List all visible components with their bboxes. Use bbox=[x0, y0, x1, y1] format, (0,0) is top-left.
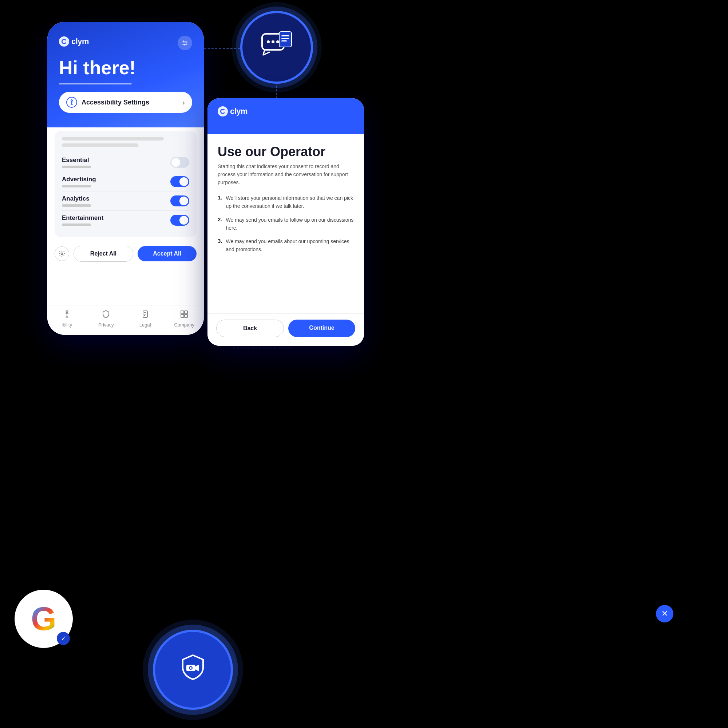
svg-rect-25 bbox=[185, 311, 187, 314]
operator-text-3: We may send you emails about our upcomin… bbox=[226, 238, 354, 253]
svg-point-14 bbox=[183, 40, 184, 41]
nav-item-company[interactable]: Company bbox=[165, 310, 204, 327]
svg-rect-24 bbox=[181, 311, 184, 314]
skeleton-line-1 bbox=[62, 137, 164, 141]
accessibility-chevron: › bbox=[182, 98, 185, 107]
reject-all-button[interactable]: Reject All bbox=[73, 246, 133, 262]
nav-item-privacy[interactable]: Privacy bbox=[87, 310, 126, 327]
nav-accessibility-icon bbox=[63, 310, 71, 321]
svg-rect-5 bbox=[281, 35, 289, 37]
nav-company-icon bbox=[180, 310, 188, 321]
continue-button[interactable]: Continue bbox=[288, 320, 355, 337]
toggle-advertising-check: ✓ bbox=[183, 179, 187, 185]
settings-button[interactable] bbox=[177, 36, 192, 50]
cookie-entertainment-info: Entertainment bbox=[62, 214, 103, 226]
left-phone: clym Hi there! Accessibility Settings › bbox=[47, 22, 204, 335]
operator-item-1: 1. We'll store your personal information… bbox=[218, 194, 354, 210]
action-row: Reject All Accept All bbox=[47, 241, 204, 267]
cookie-advertising-name: Advertising bbox=[62, 176, 96, 183]
nav-item-legal[interactable]: Legal bbox=[125, 310, 165, 327]
svg-point-17 bbox=[71, 100, 72, 101]
operator-num-1: 1. bbox=[218, 194, 222, 210]
cookie-essential-sub bbox=[62, 166, 91, 168]
nav-legal-icon bbox=[141, 310, 150, 321]
svg-point-3 bbox=[276, 40, 279, 43]
operator-num-3: 3. bbox=[218, 238, 222, 253]
nav-privacy-icon bbox=[102, 310, 110, 321]
cookie-analytics-info: Analytics bbox=[62, 195, 91, 207]
svg-point-19 bbox=[66, 311, 68, 313]
toggle-entertainment-check: ✓ bbox=[183, 218, 187, 223]
skeleton-line-2 bbox=[62, 144, 138, 147]
operator-text-1: We'll store your personal information so… bbox=[226, 194, 354, 210]
svg-point-16 bbox=[184, 44, 185, 45]
operator-item-2: 2. We may send you emails to follow up o… bbox=[218, 216, 354, 232]
nav-legal-label: Legal bbox=[139, 322, 151, 327]
right-phone-footer: Back Continue bbox=[208, 314, 364, 346]
google-badge: G ✓ bbox=[15, 590, 73, 648]
toggle-advertising[interactable]: ✓ bbox=[170, 176, 189, 187]
cookie-row-essential: Essential bbox=[62, 153, 189, 172]
clym-logo-text-left: clym bbox=[71, 37, 89, 46]
shield-circle bbox=[153, 630, 233, 710]
svg-rect-6 bbox=[281, 38, 289, 39]
use-operator-subtitle: Starting this chat indicates your consen… bbox=[218, 163, 354, 187]
clym-logo-text-right: clym bbox=[230, 107, 248, 116]
use-operator-title: Use our Operator bbox=[218, 144, 354, 159]
back-button[interactable]: Back bbox=[216, 320, 284, 337]
chat-circle bbox=[240, 11, 313, 84]
shield-camera-icon bbox=[178, 652, 208, 687]
greeting-divider bbox=[59, 83, 132, 84]
nav-privacy-label: Privacy bbox=[98, 322, 114, 327]
operator-num-2: 2. bbox=[218, 216, 222, 232]
clym-logo-left: clym bbox=[59, 37, 192, 47]
cookie-settings-card: Essential Advertising ✓ Analytics ✓ bbox=[55, 131, 197, 237]
cookie-advertising-sub bbox=[62, 185, 91, 187]
clym-logo-icon-left bbox=[59, 37, 69, 47]
toggle-entertainment[interactable]: ✓ bbox=[170, 215, 189, 226]
cookie-essential-info: Essential bbox=[62, 156, 91, 168]
operator-text-2: We may send you emails to follow up on o… bbox=[226, 216, 354, 232]
right-phone: clym Use our Operator Starting this chat… bbox=[208, 98, 364, 346]
clym-logo-right: clym bbox=[218, 106, 354, 116]
cookie-analytics-name: Analytics bbox=[62, 195, 91, 202]
accept-all-button[interactable]: Accept All bbox=[138, 246, 197, 262]
cookie-row-advertising: Advertising ✓ bbox=[62, 172, 189, 191]
close-button[interactable]: ✕ bbox=[656, 605, 673, 622]
google-g-letter: G bbox=[31, 600, 57, 638]
toggle-analytics[interactable]: ✓ bbox=[170, 196, 189, 206]
nav-accessibility-label: ibility bbox=[61, 322, 72, 327]
cookie-row-entertainment: Entertainment ✓ bbox=[62, 211, 189, 230]
svg-point-1 bbox=[267, 40, 270, 43]
gear-settings-button[interactable] bbox=[55, 246, 69, 261]
cookie-essential-name: Essential bbox=[62, 156, 91, 164]
toggle-analytics-check: ✓ bbox=[183, 198, 187, 204]
svg-point-18 bbox=[61, 253, 63, 255]
svg-point-15 bbox=[186, 42, 187, 43]
svg-point-10 bbox=[190, 667, 192, 669]
cookie-entertainment-name: Entertainment bbox=[62, 214, 103, 222]
accessibility-icon bbox=[66, 97, 77, 108]
nav-company-label: Company bbox=[174, 322, 194, 327]
accessibility-label: Accessibility Settings bbox=[81, 99, 178, 106]
cookie-analytics-sub bbox=[62, 204, 91, 207]
cookie-entertainment-sub bbox=[62, 223, 91, 226]
left-phone-header: clym Hi there! Accessibility Settings › bbox=[47, 22, 204, 127]
operator-item-3: 3. We may send you emails about our upco… bbox=[218, 238, 354, 253]
svg-point-2 bbox=[272, 40, 274, 43]
greeting-text: Hi there! bbox=[59, 58, 192, 78]
clym-logo-icon-right bbox=[218, 106, 228, 116]
bottom-navigation: ibility Privacy Legal bbox=[47, 305, 204, 335]
svg-rect-27 bbox=[185, 315, 187, 317]
svg-rect-4 bbox=[279, 32, 292, 47]
svg-rect-7 bbox=[281, 40, 287, 41]
cookie-row-analytics: Analytics ✓ bbox=[62, 191, 189, 211]
accessibility-button[interactable]: Accessibility Settings › bbox=[59, 92, 192, 113]
cookie-advertising-info: Advertising bbox=[62, 176, 96, 187]
toggle-essential[interactable] bbox=[170, 157, 189, 168]
right-phone-header: clym bbox=[208, 98, 364, 134]
svg-rect-26 bbox=[181, 315, 184, 317]
google-checkmark: ✓ bbox=[57, 632, 70, 645]
right-phone-body: Use our Operator Starting this chat indi… bbox=[208, 134, 364, 296]
nav-item-accessibility[interactable]: ibility bbox=[47, 310, 87, 327]
